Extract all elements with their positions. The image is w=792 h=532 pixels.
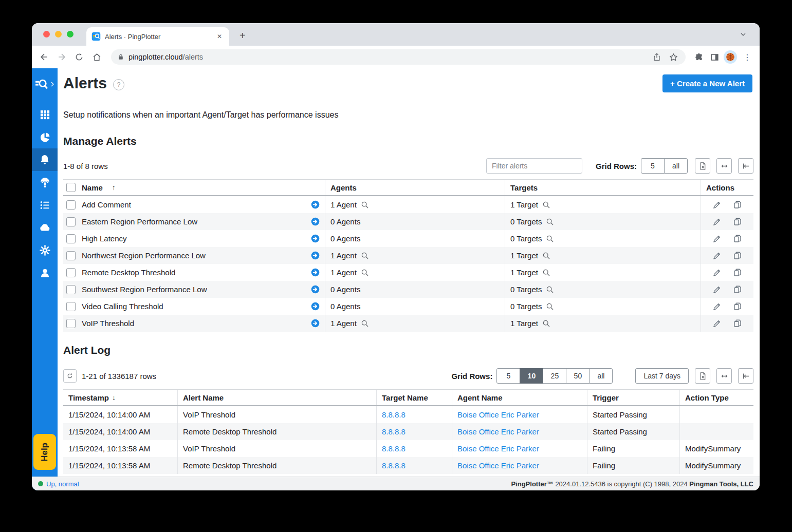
sidebar-item-apps[interactable] — [32, 103, 58, 126]
open-alert-arrow-icon[interactable] — [311, 217, 320, 226]
help-tab[interactable]: Help — [33, 434, 56, 470]
address-bar[interactable]: pingplotter.cloud/alerts — [111, 49, 686, 65]
forward-button[interactable] — [54, 50, 69, 64]
search-targets-icon[interactable] — [546, 218, 554, 226]
sidebar-logo[interactable] — [34, 73, 56, 95]
duplicate-copy-icon[interactable] — [733, 319, 742, 328]
search-targets-icon[interactable] — [542, 201, 550, 209]
refresh-log-button[interactable] — [63, 369, 77, 383]
fit-columns-button[interactable] — [716, 158, 732, 174]
sidebar-item-settings[interactable] — [32, 239, 58, 261]
duplicate-copy-icon[interactable] — [733, 251, 742, 260]
tab-search-chevron-icon[interactable] — [739, 30, 747, 39]
fit-columns-button[interactable] — [716, 368, 732, 384]
date-range-button[interactable]: Last 7 days — [635, 368, 689, 384]
minimize-window-button[interactable] — [55, 31, 62, 37]
back-button[interactable] — [37, 50, 51, 64]
open-alert-arrow-icon[interactable] — [311, 234, 320, 243]
search-agents-icon[interactable] — [361, 319, 369, 328]
grid-rows-all-button[interactable]: all — [664, 158, 688, 174]
sidebar-item-outages[interactable] — [32, 171, 58, 194]
search-targets-icon[interactable] — [546, 286, 554, 294]
create-new-alert-button[interactable]: + Create a New Alert — [662, 74, 752, 92]
new-tab-button[interactable]: + — [236, 30, 249, 42]
close-tab-icon[interactable]: ✕ — [215, 32, 224, 41]
sidebar-item-charts[interactable] — [32, 126, 58, 148]
browser-menu-icon[interactable]: ⋮ — [740, 52, 754, 62]
maximize-window-button[interactable] — [67, 31, 73, 37]
agent-link[interactable]: Boise Office Eric Parker — [457, 427, 539, 436]
open-alert-arrow-icon[interactable] — [311, 302, 320, 311]
duplicate-copy-icon[interactable] — [733, 302, 742, 311]
sidebar-item-account[interactable] — [32, 261, 58, 284]
edit-pencil-icon[interactable] — [712, 217, 722, 226]
expand-chevron-icon[interactable] — [49, 81, 56, 87]
reload-button[interactable] — [72, 50, 86, 64]
agent-link[interactable]: Boise Office Eric Parker — [457, 461, 539, 470]
select-all-checkbox[interactable] — [66, 183, 76, 192]
search-agents-icon[interactable] — [361, 201, 369, 209]
export-spreadsheet-button[interactable] — [695, 158, 710, 174]
search-targets-icon[interactable] — [546, 302, 554, 311]
edit-pencil-icon[interactable] — [712, 319, 722, 328]
log-rows-50-button[interactable]: 50 — [566, 368, 590, 384]
search-targets-icon[interactable] — [546, 235, 554, 243]
row-checkbox[interactable] — [66, 251, 76, 260]
export-spreadsheet-button[interactable] — [695, 368, 710, 384]
duplicate-copy-icon[interactable] — [733, 285, 742, 294]
close-window-button[interactable] — [43, 31, 50, 37]
home-button[interactable] — [89, 50, 104, 64]
duplicate-copy-icon[interactable] — [733, 234, 742, 243]
sidebar-item-cloud[interactable] — [32, 216, 58, 239]
bookmark-star-icon[interactable] — [667, 51, 679, 63]
edit-pencil-icon[interactable] — [712, 234, 722, 243]
column-header-timestamp[interactable]: Timestamp↓ — [63, 390, 178, 405]
target-link[interactable]: 8.8.8.8 — [382, 427, 406, 436]
target-link[interactable]: 8.8.8.8 — [382, 444, 406, 453]
side-panel-icon[interactable] — [708, 51, 721, 63]
edit-pencil-icon[interactable] — [712, 200, 722, 210]
grid-rows-5-button[interactable]: 5 — [641, 158, 665, 174]
column-header-targets[interactable]: Targets — [505, 180, 701, 195]
row-checkbox[interactable] — [66, 234, 76, 243]
agent-link[interactable]: Boise Office Eric Parker — [457, 444, 539, 453]
filter-alerts-input[interactable] — [486, 158, 582, 174]
collapse-columns-button[interactable] — [738, 158, 753, 174]
column-header-target-name[interactable]: Target Name — [377, 390, 452, 405]
search-agents-icon[interactable] — [361, 269, 369, 277]
row-checkbox[interactable] — [66, 200, 76, 210]
log-rows-25-button[interactable]: 25 — [543, 368, 566, 384]
page-help-icon[interactable]: ? — [113, 79, 124, 90]
column-header-name[interactable]: Name ↑ — [63, 180, 325, 195]
target-link[interactable]: 8.8.8.8 — [382, 410, 406, 419]
log-rows-5-button[interactable]: 5 — [496, 368, 520, 384]
log-rows-all-button[interactable]: all — [589, 368, 613, 384]
search-targets-icon[interactable] — [542, 269, 550, 277]
column-header-alert-name[interactable]: Alert Name — [178, 390, 377, 405]
row-checkbox[interactable] — [66, 319, 76, 328]
edit-pencil-icon[interactable] — [712, 251, 722, 260]
row-checkbox[interactable] — [66, 217, 76, 226]
open-alert-arrow-icon[interactable] — [311, 268, 320, 277]
search-targets-icon[interactable] — [542, 252, 550, 260]
target-link[interactable]: 8.8.8.8 — [382, 461, 406, 470]
open-alert-arrow-icon[interactable] — [311, 200, 320, 209]
collapse-columns-button[interactable] — [738, 368, 753, 384]
search-agents-icon[interactable] — [361, 252, 369, 260]
browser-tab[interactable]: Alerts · PingPlotter ✕ — [86, 27, 229, 46]
row-checkbox[interactable] — [66, 268, 76, 277]
profile-avatar[interactable] — [724, 50, 737, 64]
edit-pencil-icon[interactable] — [712, 268, 722, 277]
column-header-trigger[interactable]: Trigger — [587, 390, 680, 405]
duplicate-copy-icon[interactable] — [733, 268, 742, 277]
column-header-agent-name[interactable]: Agent Name — [452, 390, 587, 405]
agent-link[interactable]: Boise Office Eric Parker — [457, 410, 539, 419]
row-checkbox[interactable] — [66, 285, 76, 294]
duplicate-copy-icon[interactable] — [733, 200, 742, 210]
search-targets-icon[interactable] — [542, 319, 550, 328]
edit-pencil-icon[interactable] — [712, 285, 722, 294]
duplicate-copy-icon[interactable] — [733, 217, 742, 226]
column-header-agents[interactable]: Agents — [325, 180, 505, 195]
open-alert-arrow-icon[interactable] — [311, 319, 320, 328]
log-rows-10-button[interactable]: 10 — [520, 368, 543, 384]
